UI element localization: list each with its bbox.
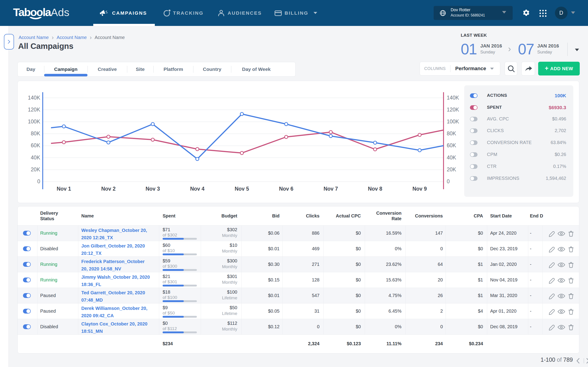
svg-text:Nov 6: Nov 6 <box>279 186 294 192</box>
svg-text:20K: 20K <box>447 167 456 173</box>
svg-text:Nov 1: Nov 1 <box>57 186 71 192</box>
svg-text:80K: 80K <box>447 131 456 136</box>
svg-text:140K: 140K <box>447 95 459 101</box>
svg-text:Nov 8: Nov 8 <box>368 186 382 192</box>
svg-text:Nov 3: Nov 3 <box>146 186 160 192</box>
svg-text:Nov 4: Nov 4 <box>190 186 205 192</box>
svg-text:40K: 40K <box>447 155 456 161</box>
svg-text:0: 0 <box>447 178 450 184</box>
svg-text:120K: 120K <box>447 107 459 113</box>
svg-text:140K: 140K <box>28 95 40 101</box>
svg-text:Nov 7: Nov 7 <box>324 186 338 192</box>
svg-text:60K: 60K <box>447 142 456 148</box>
svg-text:Nov 5: Nov 5 <box>235 186 249 192</box>
svg-text:0: 0 <box>37 178 40 184</box>
svg-text:Nov 9: Nov 9 <box>413 186 427 192</box>
svg-text:Nov 2: Nov 2 <box>101 186 116 192</box>
svg-text:120K: 120K <box>28 107 40 113</box>
svg-text:20K: 20K <box>31 167 40 173</box>
svg-text:40K: 40K <box>31 155 40 161</box>
svg-text:60K: 60K <box>31 142 40 148</box>
svg-text:100K: 100K <box>447 119 459 125</box>
svg-text:80K: 80K <box>31 131 40 136</box>
svg-text:100K: 100K <box>28 119 40 125</box>
